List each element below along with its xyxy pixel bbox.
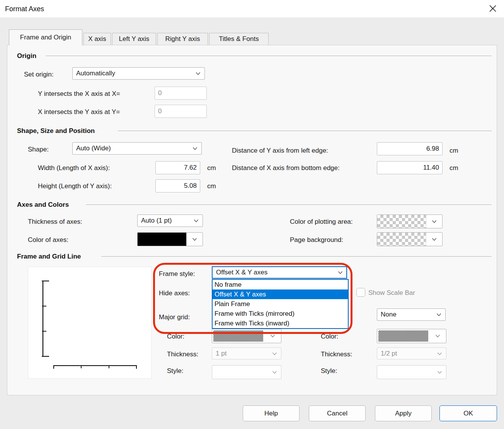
chevron-down-icon: [426, 215, 442, 228]
set-origin-value: Automatically: [76, 70, 115, 77]
set-origin-label: Set origin:: [24, 71, 54, 78]
distance-x-label: Distance of X axis from bottom edge:: [232, 164, 340, 172]
height-input[interactable]: [155, 179, 200, 192]
frame-grid-section-heading: Frame and Grid Line: [17, 253, 81, 260]
page-background-dropdown[interactable]: [377, 232, 443, 246]
hide-axes-label: Hide axes:: [159, 289, 190, 297]
offset-axes-preview-image: [28, 267, 151, 378]
chevron-down-icon: [429, 329, 446, 343]
x-intersect-input[interactable]: [155, 105, 207, 118]
tab-label: Frame and Origin: [20, 34, 71, 41]
tab-label: X axis: [88, 35, 106, 43]
y-intersect-input[interactable]: [155, 87, 207, 100]
major-grid-label: Major grid:: [159, 313, 190, 321]
axes-colors-section-heading: Axes and Colors: [17, 201, 69, 209]
chevron-down-icon: [437, 350, 442, 358]
grid-thickness-value-right: 1/2 pt: [381, 350, 397, 358]
section-divider: [86, 204, 492, 205]
distance-y-input[interactable]: [377, 142, 443, 155]
close-button[interactable]: [487, 4, 499, 15]
grid-color-dropdown-right[interactable]: [377, 329, 446, 343]
show-scale-bar-label: Show Scale Bar: [368, 289, 415, 297]
right-major-grid-dropdown[interactable]: None: [377, 308, 446, 321]
section-divider: [101, 256, 492, 257]
hatch-color-swatch: [378, 330, 428, 342]
thickness-of-axes-label: Thickness of axes:: [28, 218, 82, 226]
tab-right-y-axis[interactable]: Right Y axis: [157, 33, 208, 45]
page-background-label: Page background:: [290, 236, 343, 244]
title-bar: Format Axes: [0, 0, 504, 17]
grid-thickness-dropdown-right[interactable]: 1/2 pt: [377, 347, 446, 359]
grid-style-dropdown-right[interactable]: [377, 365, 446, 379]
option-no-frame[interactable]: No frame: [213, 280, 348, 289]
height-unit: cm: [207, 182, 216, 190]
distance-y-label: Distance of Y axis from left edge:: [232, 147, 328, 155]
plotting-area-color-dropdown[interactable]: [377, 214, 443, 228]
thickness-of-axes-value: Auto (1 pt): [141, 217, 172, 225]
grid-thickness-dropdown-left[interactable]: 1 pt: [212, 347, 281, 359]
chevron-down-icon: [272, 350, 277, 358]
option-frame-ticks-inward[interactable]: Frame with Ticks (inward): [213, 318, 348, 328]
origin-section-heading: Origin: [17, 52, 36, 60]
distance-x-unit: cm: [450, 164, 458, 172]
grid-style-dropdown-left[interactable]: [212, 365, 281, 379]
grid-thickness-label-left: Thickness:: [167, 351, 198, 358]
tab-x-axis[interactable]: X axis: [83, 33, 111, 45]
shape-dropdown[interactable]: Auto (Wide): [72, 142, 202, 155]
tab-titles-and-fonts[interactable]: Titles & Fonts: [209, 33, 269, 45]
chevron-down-icon: [426, 233, 442, 246]
chevron-down-icon: [194, 217, 199, 225]
grid-style-label-left: Style:: [167, 367, 184, 375]
black-color-swatch: [138, 233, 186, 246]
tab-left-y-axis[interactable]: Left Y axis: [112, 33, 156, 45]
frame-style-label: Frame style:: [159, 270, 195, 278]
chevron-down-icon: [437, 368, 442, 376]
option-plain-frame[interactable]: Plain Frame: [213, 299, 348, 309]
frame-style-option-list: No frame Offset X & Y axes Plain Frame F…: [212, 279, 349, 329]
dialog-title: Format Axes: [5, 5, 44, 13]
distance-x-input[interactable]: [377, 161, 443, 174]
grid-thickness-label-right: Thickness:: [321, 351, 352, 358]
color-of-axes-dropdown[interactable]: [137, 232, 203, 246]
chevron-down-icon: [338, 269, 343, 276]
tab-label: Right Y axis: [165, 35, 200, 43]
cancel-button[interactable]: Cancel: [309, 405, 366, 421]
chevron-down-icon: [196, 70, 201, 77]
distance-y-unit: cm: [450, 147, 458, 155]
grid-color-label-right: Color:: [321, 333, 338, 340]
height-label: Height (Length of Y axis):: [38, 182, 112, 190]
grid-color-dropdown-left[interactable]: [212, 329, 281, 343]
width-label: Width (Length of X axis):: [38, 164, 110, 172]
width-unit: cm: [207, 164, 216, 172]
hatch-color-swatch: [213, 330, 263, 342]
color-of-axes-label: Color of axes:: [28, 236, 68, 244]
width-input[interactable]: [155, 161, 200, 174]
frame-style-dropdown[interactable]: Offset X & Y axes: [212, 266, 347, 279]
tab-frame-and-origin[interactable]: Frame and Origin: [9, 29, 82, 45]
shape-label: Shape:: [28, 146, 49, 153]
x-intersect-label: X intersects the Y axis at Y=: [38, 108, 120, 116]
chevron-down-icon: [264, 329, 281, 343]
transparent-color-swatch: [377, 233, 426, 246]
grid-color-label-left: Color:: [167, 333, 184, 340]
show-scale-bar-checkbox[interactable]: [356, 288, 365, 297]
ok-button[interactable]: OK: [439, 405, 497, 421]
shape-section-heading: Shape, Size and Position: [17, 127, 95, 135]
help-button[interactable]: Help: [243, 405, 300, 421]
chevron-down-icon: [272, 368, 277, 376]
option-frame-ticks-mirrored[interactable]: Frame with Ticks (mirrored): [213, 309, 348, 318]
grid-thickness-value-left: 1 pt: [216, 350, 226, 358]
chevron-down-icon: [186, 233, 203, 246]
y-intersect-label: Y intersects the X axis at X=: [38, 90, 120, 98]
shape-value: Auto (Wide): [76, 145, 111, 152]
plotting-area-color-label: Color of plotting area:: [290, 218, 353, 226]
thickness-of-axes-dropdown[interactable]: Auto (1 pt): [137, 214, 203, 227]
option-offset-x-y-axes[interactable]: Offset X & Y axes: [213, 289, 348, 299]
apply-button[interactable]: Apply: [375, 405, 432, 421]
frame-style-value: Offset X & Y axes: [216, 269, 267, 276]
chevron-down-icon: [436, 311, 441, 318]
section-divider: [118, 131, 492, 131]
set-origin-dropdown[interactable]: Automatically: [72, 67, 205, 80]
transparent-color-swatch: [377, 215, 426, 228]
close-icon: [488, 3, 498, 15]
